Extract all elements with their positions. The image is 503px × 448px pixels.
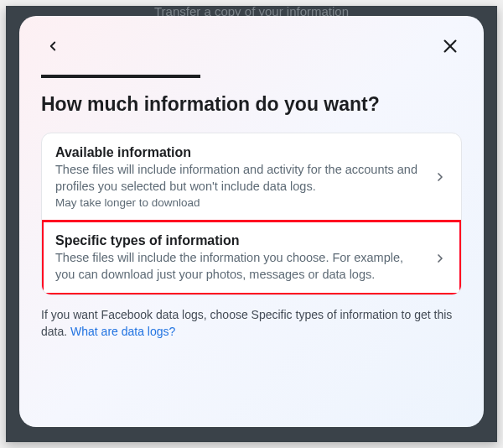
back-button[interactable]: [41, 34, 65, 58]
chevron-right-icon: [433, 251, 448, 266]
chevron-right-icon: [433, 169, 448, 185]
option-text: Available information These files will i…: [55, 145, 433, 209]
progress-indicator: [41, 75, 200, 78]
chevron-left-icon: [45, 39, 60, 54]
option-list: Available information These files will i…: [41, 133, 462, 295]
close-icon: [441, 37, 459, 55]
close-button[interactable]: [438, 34, 462, 58]
modal-header: [41, 34, 462, 58]
option-title: Specific types of information: [55, 233, 423, 248]
app-frame: Transfer a copy of your information How …: [6, 6, 497, 442]
modal-title: How much information do you want?: [41, 93, 462, 116]
download-info-modal: How much information do you want? Availa…: [19, 16, 484, 427]
option-available-information[interactable]: Available information These files will i…: [42, 133, 461, 221]
option-title: Available information: [55, 145, 423, 160]
option-note: May take longer to download: [55, 196, 423, 209]
footer-text: If you want Facebook data logs, choose S…: [41, 307, 462, 340]
option-description: These files will include information and…: [55, 162, 423, 195]
option-specific-types[interactable]: Specific types of information These file…: [42, 221, 461, 294]
option-description: These files will include the information…: [55, 250, 423, 283]
data-logs-link[interactable]: What are data logs?: [70, 325, 175, 338]
option-text: Specific types of information These file…: [55, 233, 433, 283]
